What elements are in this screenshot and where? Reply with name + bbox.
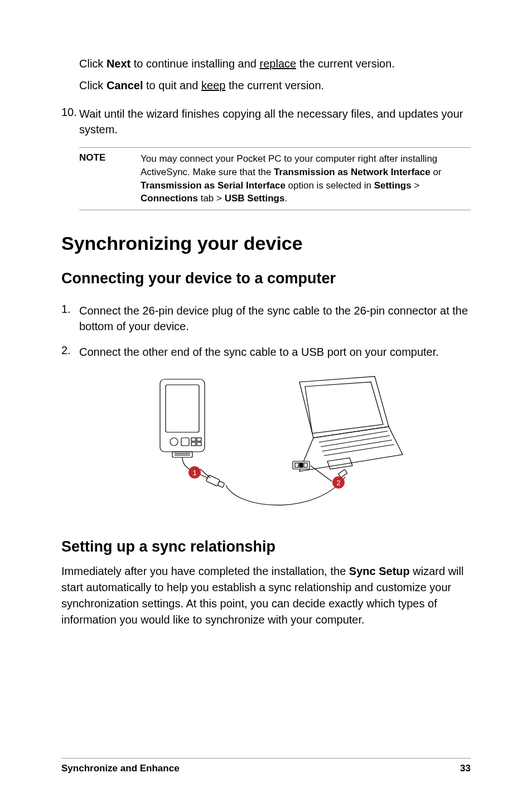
svg-rect-5 — [197, 438, 201, 441]
heading-connecting: Connecting your device to a computer — [61, 270, 471, 287]
sync-illustration: 1 2 — [61, 371, 471, 510]
svg-rect-6 — [191, 442, 196, 446]
heading-synchronizing: Synchronizing your device — [61, 233, 471, 254]
badge-2-text: 2 — [336, 479, 340, 487]
svg-rect-7 — [197, 442, 201, 446]
step-10: 10. Wait until the wizard finishes copyi… — [61, 106, 471, 137]
heading-setting-up: Setting up a sync relationship — [61, 538, 471, 555]
svg-line-14 — [319, 431, 388, 442]
sync-relationship-paragraph: Immediately after you have completed the… — [61, 563, 471, 628]
svg-rect-8 — [172, 452, 192, 457]
svg-rect-20 — [299, 463, 303, 467]
badge-1-text: 1 — [192, 468, 196, 477]
svg-point-2 — [170, 438, 178, 446]
svg-rect-4 — [191, 438, 196, 441]
step-2: 2. Connect the other end of the sync cab… — [61, 344, 471, 360]
svg-line-17 — [324, 445, 394, 456]
svg-line-15 — [321, 436, 390, 447]
continuation-text-2: Click Cancel to quit and keep the curren… — [79, 78, 471, 94]
continuation-text-1: Click Next to continue installing and re… — [79, 56, 471, 72]
svg-line-16 — [322, 440, 392, 451]
svg-rect-3 — [181, 438, 189, 446]
svg-rect-13 — [338, 470, 347, 478]
svg-rect-1 — [166, 385, 199, 432]
note-box: NOTE You may connect your Pocket PC to y… — [79, 147, 471, 210]
step-1: 1. Connect the 26-pin device plug of the… — [61, 303, 471, 334]
page-footer: Synchronize and Enhance 33 — [61, 758, 471, 774]
note-label: NOTE — [79, 152, 141, 205]
footer-page-number: 33 — [460, 763, 471, 774]
footer-title: Synchronize and Enhance — [61, 763, 180, 774]
note-body: You may connect your Pocket PC to your c… — [141, 152, 471, 205]
